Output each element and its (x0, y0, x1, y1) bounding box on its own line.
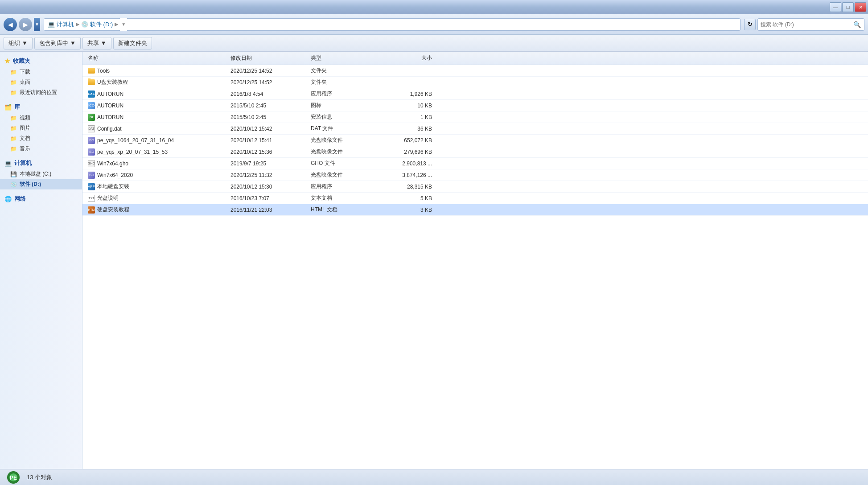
table-row[interactable]: ISO Win7x64_2020 2020/12/25 11:32 光盘映像文件… (82, 169, 868, 181)
col-header-name[interactable]: 名称 (86, 54, 229, 62)
local-c-label: 本地磁盘 (C:) (20, 170, 51, 178)
computer-label: 计算机 (14, 159, 32, 167)
file-date-cell: 2016/10/23 7:07 (229, 195, 309, 201)
sidebar-item-video[interactable]: 📁 视频 (0, 113, 82, 123)
file-size-cell: 652,072 KB (380, 137, 434, 144)
table-row[interactable]: Tools 2020/12/25 14:52 文件夹 (82, 65, 868, 77)
table-row[interactable]: DAT Config.dat 2020/10/12 15:42 DAT 文件 3… (82, 123, 868, 135)
network-label: 网络 (14, 195, 26, 203)
breadcrumb-end-dropdown[interactable]: ▼ (120, 18, 127, 31)
table-row[interactable]: U盘安装教程 2020/12/25 14:52 文件夹 (82, 77, 868, 88)
file-name-cell: ISO pe_yqs_xp_20_07_31_15_53 (86, 148, 229, 156)
table-row[interactable]: APP 本地硬盘安装 2020/10/12 15:30 应用程序 28,315 … (82, 181, 868, 193)
forward-button[interactable]: ▶ (19, 18, 32, 31)
computer-header[interactable]: 💻 计算机 (0, 157, 82, 169)
back-button[interactable]: ◀ (4, 18, 17, 31)
computer-icon: 💻 (4, 160, 12, 167)
new-folder-label: 新建文件夹 (118, 39, 147, 47)
library-header[interactable]: 🗂️ 库 (0, 101, 82, 113)
html-icon: HTM (88, 206, 95, 214)
organize-button[interactable]: 组织 ▼ (4, 37, 33, 49)
file-type-cell: 光盘映像文件 (309, 171, 380, 179)
network-section: 🌐 网络 (0, 193, 82, 205)
sidebar-item-drive-d[interactable]: 💿 软件 (D:) (0, 179, 82, 189)
include-library-button[interactable]: 包含到库中 ▼ (34, 37, 81, 49)
sidebar-item-pic[interactable]: 📁 图片 (0, 123, 82, 133)
file-date-cell: 2020/10/12 15:36 (229, 149, 309, 155)
sidebar: ★ 收藏夹 📁 下载 📁 桌面 📁 最近访问的位置 🗂️ 库 (0, 52, 82, 469)
recent-label: 最近访问的位置 (20, 89, 57, 96)
iso-icon: ISO (88, 137, 95, 144)
favorites-header[interactable]: ★ 收藏夹 (0, 55, 82, 67)
desktop-label: 桌面 (20, 78, 30, 86)
computer-section: 💻 计算机 💾 本地磁盘 (C:) 💿 软件 (D:) (0, 157, 82, 189)
drive-d-label: 软件 (D:) (20, 181, 41, 188)
file-type-cell: DAT 文件 (309, 125, 380, 132)
file-type-cell: 图标 (309, 102, 380, 109)
img-icon: ICO (88, 102, 95, 109)
table-row[interactable]: HTM 硬盘安装教程 2016/11/21 22:03 HTML 文档 3 KB (82, 204, 868, 216)
status-count: 13 个对象 (27, 473, 52, 481)
sidebar-item-recent[interactable]: 📁 最近访问的位置 (0, 87, 82, 98)
app-logo: PE (5, 469, 21, 485)
file-type-cell: 安装信息 (309, 113, 380, 121)
table-row[interactable]: INF AUTORUN 2015/5/10 2:45 安装信息 1 KB (82, 111, 868, 123)
col-header-modified[interactable]: 修改日期 (229, 54, 309, 62)
gho-icon: GHO (88, 160, 95, 167)
refresh-button[interactable]: ↻ (744, 19, 756, 30)
txt-icon: TXT (88, 195, 95, 202)
sidebar-item-music[interactable]: 📁 音乐 (0, 144, 82, 154)
col-header-type[interactable]: 类型 (309, 54, 380, 62)
sidebar-item-desktop[interactable]: 📁 桌面 (0, 77, 82, 87)
share-label: 共享 (87, 39, 99, 47)
file-name-cell: DAT Config.dat (86, 125, 229, 132)
sidebar-item-download[interactable]: 📁 下载 (0, 67, 82, 77)
status-bar: PE 13 个对象 (0, 469, 868, 485)
table-row[interactable]: ISO pe_yqs_1064_20_07_31_16_04 2020/10/1… (82, 135, 868, 146)
breadcrumb-item-drive[interactable]: 💿 软件 (D:) (81, 21, 113, 29)
table-row[interactable]: EXE AUTORUN 2016/1/8 4:54 应用程序 1,926 KB (82, 88, 868, 100)
file-name-cell: U盘安装教程 (86, 78, 229, 86)
file-size-cell: 5 KB (380, 195, 434, 201)
file-size-cell: 3 KB (380, 207, 434, 213)
nav-history-dropdown[interactable]: ▼ (34, 18, 40, 31)
file-size-cell: 28,315 KB (380, 184, 434, 190)
file-size-cell: 36 KB (380, 126, 434, 132)
svg-text:PE: PE (10, 475, 17, 481)
file-size-cell: 1 KB (380, 114, 434, 120)
breadcrumb-item-computer[interactable]: 💻 计算机 (48, 21, 74, 29)
file-name-cell: APP 本地硬盘安装 (86, 183, 229, 190)
folder-icon (88, 79, 95, 85)
table-row[interactable]: ISO pe_yqs_xp_20_07_31_15_53 2020/10/12 … (82, 146, 868, 158)
file-name-cell: EXE AUTORUN (86, 90, 229, 98)
exe-icon: EXE (88, 90, 95, 98)
library-label: 库 (14, 103, 20, 111)
file-size-cell: 3,874,126 ... (380, 172, 434, 178)
minimize-button[interactable]: — (830, 2, 841, 12)
sidebar-item-doc[interactable]: 📁 文档 (0, 133, 82, 144)
share-dropdown-icon: ▼ (101, 40, 107, 46)
new-folder-button[interactable]: 新建文件夹 (113, 37, 152, 49)
search-input[interactable] (761, 21, 851, 28)
breadcrumb-sep-1: ▶ (76, 21, 79, 27)
iso-icon: ISO (88, 172, 95, 179)
favorites-section: ★ 收藏夹 📁 下载 📁 桌面 📁 最近访问的位置 (0, 55, 82, 98)
close-button[interactable]: ✕ (855, 2, 866, 12)
music-label: 音乐 (20, 145, 30, 152)
file-type-cell: HTML 文档 (309, 206, 380, 214)
search-button[interactable]: 🔍 (852, 20, 861, 29)
table-row[interactable]: TXT 光盘说明 2016/10/23 7:07 文本文档 5 KB (82, 193, 868, 204)
table-row[interactable]: GHO Win7x64.gho 2019/9/7 19:25 GHO 文件 2,… (82, 158, 868, 169)
file-date-cell: 2016/11/21 22:03 (229, 207, 309, 213)
col-header-size[interactable]: 大小 (380, 54, 434, 62)
table-row[interactable]: ICO AUTORUN 2015/5/10 2:45 图标 10 KB (82, 100, 868, 111)
sidebar-item-local-c[interactable]: 💾 本地磁盘 (C:) (0, 169, 82, 179)
breadcrumb-sep-2: ▶ (115, 21, 118, 27)
file-date-cell: 2020/10/12 15:30 (229, 184, 309, 190)
network-header[interactable]: 🌐 网络 (0, 193, 82, 205)
file-name-cell: ISO pe_yqs_1064_20_07_31_16_04 (86, 137, 229, 144)
share-button[interactable]: 共享 ▼ (82, 37, 111, 49)
doc-label: 文档 (20, 135, 30, 142)
maximize-button[interactable]: □ (842, 2, 854, 12)
file-type-cell: 文件夹 (309, 78, 380, 86)
